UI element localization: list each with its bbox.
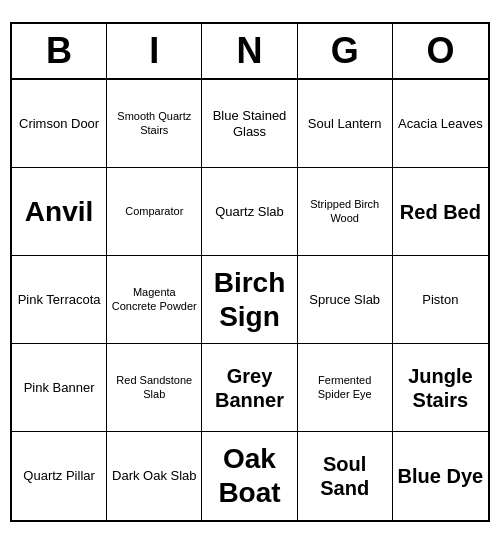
bingo-cell-text: Blue Dye: [398, 464, 484, 488]
bingo-cell-text: Quartz Pillar: [23, 468, 95, 484]
bingo-cell-text: Red Sandstone Slab: [111, 374, 197, 400]
bingo-cell: Fermented Spider Eye: [298, 344, 393, 432]
bingo-header: BINGO: [12, 24, 488, 80]
bingo-header-letter: I: [107, 24, 202, 78]
bingo-cell-text: Smooth Quartz Stairs: [111, 110, 197, 136]
bingo-cell-text: Quartz Slab: [215, 204, 284, 220]
bingo-cell: Quartz Pillar: [12, 432, 107, 520]
bingo-cell-text: Magenta Concrete Powder: [111, 286, 197, 312]
bingo-cell: Jungle Stairs: [393, 344, 488, 432]
bingo-cell: Grey Banner: [202, 344, 297, 432]
bingo-cell-text: Comparator: [125, 205, 183, 218]
bingo-cell: Quartz Slab: [202, 168, 297, 256]
bingo-cell: Smooth Quartz Stairs: [107, 80, 202, 168]
bingo-header-letter: G: [298, 24, 393, 78]
bingo-cell-text: Jungle Stairs: [397, 364, 484, 412]
bingo-cell: Spruce Slab: [298, 256, 393, 344]
bingo-cell: Birch Sign: [202, 256, 297, 344]
bingo-cell-text: Stripped Birch Wood: [302, 198, 388, 224]
bingo-cell-text: Dark Oak Slab: [112, 468, 197, 484]
bingo-cell: Anvil: [12, 168, 107, 256]
bingo-cell: Stripped Birch Wood: [298, 168, 393, 256]
bingo-cell-text: Anvil: [25, 195, 93, 229]
bingo-cell: Crimson Door: [12, 80, 107, 168]
bingo-cell: Comparator: [107, 168, 202, 256]
bingo-cell-text: Grey Banner: [206, 364, 292, 412]
bingo-cell-text: Oak Boat: [206, 442, 292, 509]
bingo-cell-text: Piston: [422, 292, 458, 308]
bingo-cell-text: Blue Stained Glass: [206, 108, 292, 139]
bingo-cell-text: Fermented Spider Eye: [302, 374, 388, 400]
bingo-cell-text: Acacia Leaves: [398, 116, 483, 132]
bingo-cell: Pink Terracota: [12, 256, 107, 344]
bingo-cell-text: Soul Lantern: [308, 116, 382, 132]
bingo-card: BINGO Crimson DoorSmooth Quartz StairsBl…: [10, 22, 490, 522]
bingo-cell-text: Pink Banner: [24, 380, 95, 396]
bingo-cell: Pink Banner: [12, 344, 107, 432]
bingo-cell-text: Soul Sand: [302, 452, 388, 500]
bingo-header-letter: N: [202, 24, 297, 78]
bingo-cell: Red Bed: [393, 168, 488, 256]
bingo-cell-text: Spruce Slab: [309, 292, 380, 308]
bingo-cell: Soul Lantern: [298, 80, 393, 168]
bingo-cell: Dark Oak Slab: [107, 432, 202, 520]
bingo-cell: Blue Dye: [393, 432, 488, 520]
bingo-cell: Oak Boat: [202, 432, 297, 520]
bingo-cell: Magenta Concrete Powder: [107, 256, 202, 344]
bingo-header-letter: B: [12, 24, 107, 78]
bingo-cell: Soul Sand: [298, 432, 393, 520]
bingo-cell-text: Pink Terracota: [18, 292, 101, 308]
bingo-cell-text: Crimson Door: [19, 116, 99, 132]
bingo-header-letter: O: [393, 24, 488, 78]
bingo-cell-text: Red Bed: [400, 200, 481, 224]
bingo-cell: Acacia Leaves: [393, 80, 488, 168]
bingo-grid: Crimson DoorSmooth Quartz StairsBlue Sta…: [12, 80, 488, 520]
bingo-cell-text: Birch Sign: [206, 266, 292, 333]
bingo-cell: Piston: [393, 256, 488, 344]
bingo-cell: Blue Stained Glass: [202, 80, 297, 168]
bingo-cell: Red Sandstone Slab: [107, 344, 202, 432]
